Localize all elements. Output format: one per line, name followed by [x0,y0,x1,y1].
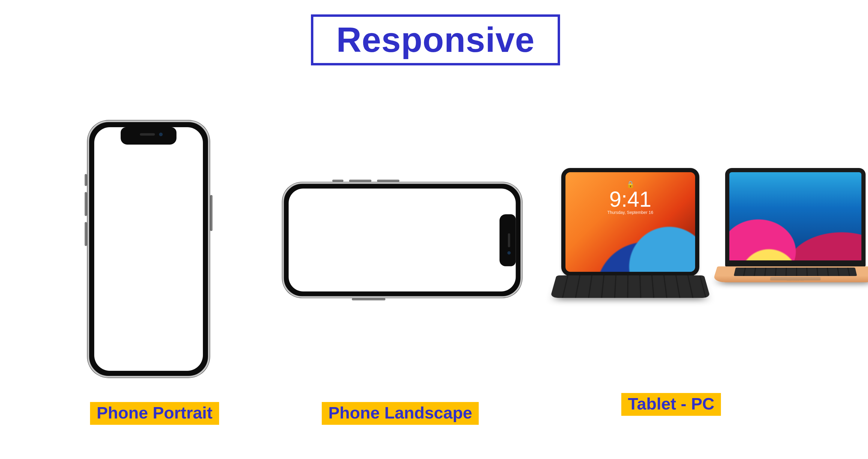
laptop-base: MacBook Air [713,266,868,282]
label-tablet-pc: Tablet - PC [621,393,721,416]
svg-rect-16 [377,180,400,182]
tablet-keyboard [550,275,710,298]
svg-rect-15 [349,180,372,182]
device-laptop: MacBook Air [720,168,868,298]
svg-point-4 [159,133,163,136]
svg-rect-11 [289,189,516,292]
device-tablet: 🔒 9:41 Thursday, September 16 [561,168,711,315]
device-phone-portrait [84,117,219,381]
label-text: Tablet - PC [621,393,721,416]
phone-portrait-icon [84,117,219,381]
laptop-wallpaper [729,172,861,260]
svg-rect-7 [85,222,87,246]
svg-rect-12 [508,233,510,248]
label-phone-portrait: Phone Portrait [90,402,219,425]
title-box: Responsive [311,14,560,65]
label-phone-landscape: Phone Landscape [322,402,479,425]
svg-rect-6 [85,192,87,216]
tablet-time: 9:41 [565,188,695,210]
svg-rect-5 [85,174,87,186]
svg-rect-2 [94,127,203,371]
page-title: Responsive [336,20,534,60]
tablet-date: Thursday, September 16 [565,210,695,215]
svg-rect-8 [210,195,213,231]
phone-landscape-icon [279,174,528,306]
label-text: Phone Landscape [322,402,479,425]
label-text: Phone Portrait [90,402,219,425]
svg-rect-14 [332,180,343,182]
svg-rect-3 [140,133,155,136]
svg-rect-17 [352,298,385,300]
tablet-screen: 🔒 9:41 Thursday, September 16 [561,168,699,276]
svg-point-13 [507,251,510,254]
laptop-brand-label: MacBook Air [713,280,868,282]
laptop-screen [725,168,866,267]
device-phone-landscape [279,174,528,306]
